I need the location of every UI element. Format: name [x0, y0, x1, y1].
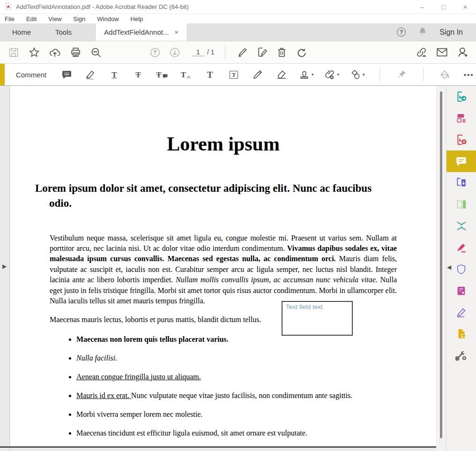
minimize-button[interactable]: – [411, 0, 433, 14]
draw-icon[interactable] [251, 68, 265, 82]
underline-text-icon[interactable]: T [107, 68, 121, 82]
sign-in-button[interactable]: Sign In [439, 28, 463, 37]
main-toolbar: 1 / 1 [0, 41, 476, 64]
vertical-scrollbar[interactable] [437, 86, 446, 451]
more-options-icon[interactable]: ••• [462, 68, 476, 82]
star-icon[interactable] [27, 45, 41, 60]
menu-view[interactable]: View [48, 15, 61, 23]
toolbar-separator [225, 46, 225, 59]
sidebar-tool-fill-sign[interactable] [446, 301, 476, 323]
content-area: ▶ Lorem ipsum Lorem ipsum dolor sit amet… [0, 86, 476, 451]
pin-icon[interactable] [394, 68, 409, 82]
tab-close-icon[interactable]: × [174, 29, 178, 36]
attach-file-icon[interactable]: ▾ [324, 68, 340, 81]
document-bullet-list: Maecenas non lorem quis tellus placerat … [10, 334, 436, 438]
pdf-page: Lorem ipsum Lorem ipsum dolor sit amet, … [10, 86, 436, 446]
strikethrough-text-icon[interactable]: T [131, 68, 145, 82]
comment-separator-2 [423, 68, 424, 81]
page-up-icon[interactable] [148, 45, 162, 60]
tab-document[interactable]: AddTextFieldAnnot... × [95, 23, 187, 41]
highlight-icon[interactable] [83, 68, 97, 82]
share-cloud-icon[interactable] [48, 45, 62, 60]
sidebar-tool-prepare-form[interactable] [446, 280, 476, 301]
list-item: Nulla facilisi. [76, 353, 436, 363]
save-icon[interactable] [7, 45, 21, 60]
scrollbar-thumb[interactable] [440, 91, 442, 438]
text-field-annotation[interactable]: Text field text [282, 301, 353, 336]
page-bottom-edge [0, 446, 436, 448]
maximize-button[interactable]: □ [433, 0, 454, 14]
sidebar-tool-export-pdf[interactable] [446, 86, 476, 107]
menu-file[interactable]: File [5, 15, 15, 23]
menu-help[interactable]: Help [131, 15, 143, 23]
sidebar-tool-more-tools[interactable] [446, 345, 476, 366]
fill-color-icon[interactable] [438, 68, 452, 82]
list-item: Maecenas tincidunt est efficitur ligula … [76, 428, 436, 438]
sidebar-tool-compress-pdf[interactable] [446, 215, 476, 237]
window-title: AddTextFieldAnnotation.pdf - Adobe Acrob… [16, 3, 189, 10]
delete-icon[interactable] [275, 45, 289, 60]
title-bar: AddTextFieldAnnotation.pdf - Adobe Acrob… [0, 0, 476, 14]
shapes-icon[interactable]: ▾ [349, 68, 365, 81]
comment-toolbar: Comment T T T T T T ▾ ▾ [0, 64, 476, 86]
tab-document-label: AddTextFieldAnnot... [104, 28, 169, 36]
page-down-icon[interactable] [168, 45, 182, 60]
zoom-search-icon[interactable] [89, 45, 103, 60]
list-item: Morbi viverra semper lorem nec molestie. [76, 409, 436, 420]
print-icon[interactable] [68, 45, 82, 60]
sidebar-tool-send-for-comments[interactable] [446, 323, 476, 345]
replace-text-icon[interactable]: T [155, 68, 169, 82]
page-number-input[interactable]: 1 [192, 48, 204, 56]
list-item: Maecenas non lorem quis tellus placerat … [76, 334, 436, 345]
sticky-note-icon[interactable] [60, 68, 74, 82]
menu-bar: File Edit View Sign Window Help [0, 14, 476, 23]
tools-sidebar: ◀ [446, 86, 476, 451]
sidebar-tool-combine-files[interactable] [446, 172, 476, 194]
menu-edit[interactable]: Edit [26, 15, 37, 23]
list-item: Aenean congue fringilla justo ut aliquam… [76, 372, 436, 382]
rotate-icon[interactable] [295, 45, 309, 60]
left-panel-strip: ▶ [0, 86, 10, 451]
tab-bar: Home Tools AddTextFieldAnnot... × ? Sign… [0, 23, 476, 41]
list-item: Mauris id ex erat. Nunc vulputate neque … [76, 391, 436, 401]
tab-tools[interactable]: Tools [43, 23, 84, 41]
document-title: Lorem ipsum [10, 86, 436, 155]
comment-toolbar-label: Comment [16, 71, 46, 79]
menu-sign[interactable]: Sign [73, 15, 85, 23]
sidebar-tool-redact[interactable] [446, 237, 476, 258]
comment-separator [379, 68, 380, 81]
link-cloud-icon[interactable] [414, 45, 428, 60]
stamp-icon[interactable]: ▾ [298, 69, 314, 81]
eraser-icon[interactable] [275, 68, 289, 82]
text-box-icon[interactable]: T [227, 68, 241, 82]
sidebar-tool-organize-pages[interactable] [446, 194, 476, 215]
add-account-icon[interactable] [455, 45, 469, 60]
email-icon[interactable] [435, 45, 449, 60]
bell-icon[interactable] [418, 27, 427, 38]
acrobat-app-icon [5, 2, 12, 11]
close-button[interactable]: × [454, 0, 476, 14]
page-total: / 1 [207, 48, 215, 56]
sidebar-tool-create-pdf[interactable] [446, 129, 476, 150]
insert-text-icon[interactable]: T [179, 68, 193, 82]
sidebar-tool-comment[interactable] [446, 150, 476, 172]
add-text-icon[interactable]: T [203, 68, 217, 82]
document-paragraph-1: Vestibulum neque massa, scelerisque sit … [50, 233, 397, 307]
help-icon[interactable]: ? [397, 28, 406, 37]
sign-pen-icon[interactable] [236, 45, 250, 60]
menu-window[interactable]: Window [97, 15, 119, 23]
collapse-right-panel-icon[interactable]: ◀ [447, 264, 451, 271]
expand-left-panel-icon[interactable]: ▶ [2, 263, 7, 270]
fill-sign-icon[interactable] [255, 45, 269, 60]
tab-home[interactable]: Home [0, 23, 43, 41]
comment-accent-bar [0, 64, 5, 85]
document-heading: Lorem ipsum dolor sit amet, consectetur … [35, 181, 389, 211]
sidebar-tool-edit-pdf[interactable] [446, 107, 476, 129]
